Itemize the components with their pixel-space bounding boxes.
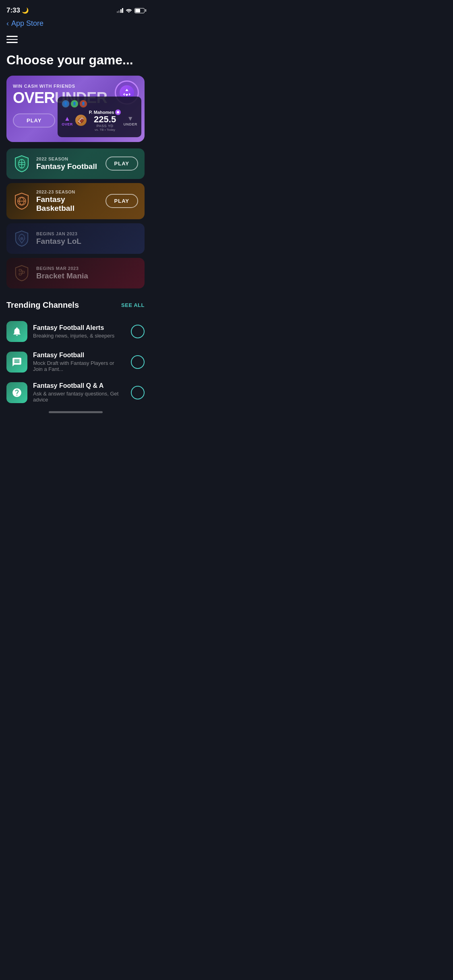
time-display: 7:33 bbox=[6, 6, 20, 14]
trending-channels-title: Trending Channels bbox=[6, 301, 79, 310]
hamburger-line-1 bbox=[6, 36, 18, 37]
bracket-shield-icon bbox=[13, 264, 31, 282]
game-name-bracket: Bracket Mania bbox=[36, 272, 88, 280]
channel-info-alerts: Fantasy Football Alerts Breaking news, i… bbox=[33, 324, 125, 339]
game-name-football: Fantasy Football bbox=[36, 162, 97, 171]
game-card-left-basketball: 2022-23 SEASON Fantasy Basketball bbox=[13, 189, 105, 213]
game-card-bracket-mania: BEGINS MAR 2023 Bracket Mania bbox=[6, 258, 145, 288]
channel-name-ff: Fantasy Football bbox=[33, 352, 125, 359]
moon-icon: 🌙 bbox=[22, 7, 29, 14]
signal-bar-3 bbox=[120, 9, 122, 13]
svg-point-0 bbox=[117, 111, 119, 113]
battery-icon bbox=[134, 8, 145, 13]
hamburger-line-3 bbox=[6, 42, 18, 43]
signal-icon bbox=[117, 8, 124, 13]
channel-item-ff[interactable]: Fantasy Football Mock Draft with Fantasy… bbox=[0, 347, 151, 377]
stat-type: PASS YD bbox=[89, 124, 121, 128]
football-play-button[interactable]: PLAY bbox=[105, 156, 138, 171]
player-avatars: 👤 👤 👤 bbox=[62, 100, 137, 108]
game-card-left-lol: BEGINS JAN 2023 Fantasy LoL bbox=[13, 230, 81, 247]
stat-sub: vs. TB • Today bbox=[89, 128, 121, 132]
channel-desc-alerts: Breaking news, injuries, & sleepers bbox=[33, 333, 125, 339]
football-shield-icon bbox=[13, 155, 31, 173]
see-all-button[interactable]: SEE ALL bbox=[121, 302, 145, 308]
overunder-play-button[interactable]: PLAY bbox=[13, 113, 55, 128]
game-name-basketball: Fantasy Basketball bbox=[36, 195, 105, 213]
avatar-1: 👤 bbox=[62, 100, 70, 108]
channel-name-qa: Fantasy Football Q & A bbox=[33, 382, 125, 389]
game-card-fantasy-football[interactable]: 2022 SEASON Fantasy Football PLAY bbox=[6, 148, 145, 179]
player-badge bbox=[115, 109, 121, 115]
status-icons bbox=[117, 8, 145, 14]
channel-info-ff: Fantasy Football Mock Draft with Fantasy… bbox=[33, 352, 125, 372]
channel-join-button-alerts[interactable] bbox=[131, 325, 145, 338]
battery-fill bbox=[135, 9, 140, 12]
status-bar: 7:33 🌙 bbox=[0, 0, 151, 18]
game-card-left: 2022 SEASON Fantasy Football bbox=[13, 155, 97, 173]
signal-bar-4 bbox=[122, 8, 123, 13]
game-info-football: 2022 SEASON Fantasy Football bbox=[36, 156, 97, 171]
game-season-bracket: BEGINS MAR 2023 bbox=[36, 266, 88, 271]
basketball-play-button[interactable]: PLAY bbox=[105, 194, 138, 208]
avatar-3: 👤 bbox=[79, 100, 87, 108]
game-info-basketball: 2022-23 SEASON Fantasy Basketball bbox=[36, 189, 105, 213]
overunder-banner[interactable]: WIN CASH WITH FRIENDS OVERUNDER PLAY 👤 👤… bbox=[6, 76, 145, 142]
status-time: 7:33 🌙 bbox=[6, 6, 29, 14]
svg-point-7 bbox=[20, 237, 23, 240]
signal-bar-2 bbox=[118, 10, 120, 13]
channel-info-qa: Fantasy Football Q & A Ask & answer fant… bbox=[33, 382, 125, 403]
stat-value: 225.5 bbox=[89, 115, 121, 124]
game-season-football: 2022 SEASON bbox=[36, 156, 97, 161]
game-card-fantasy-lol: BEGINS JAN 2023 Fantasy LoL bbox=[6, 223, 145, 254]
game-card-left-bracket: BEGINS MAR 2023 Bracket Mania bbox=[13, 264, 88, 282]
under-arrow-icon: ▼ bbox=[127, 115, 134, 122]
channel-item-alerts[interactable]: Fantasy Football Alerts Breaking news, i… bbox=[0, 316, 151, 347]
page-title: Choose your game... bbox=[0, 46, 151, 76]
under-label: UNDER bbox=[123, 122, 137, 126]
wifi-icon bbox=[126, 8, 132, 14]
player-name: P. Mahomes bbox=[89, 110, 114, 115]
avatar-2: 👤 bbox=[70, 100, 79, 108]
channel-icon-bell bbox=[6, 321, 27, 342]
over-arrow-icon: ▲ bbox=[64, 115, 70, 122]
game-cards-container: 2022 SEASON Fantasy Football PLAY 2022-2… bbox=[0, 148, 151, 288]
basketball-shield-icon bbox=[13, 192, 31, 210]
signal-bar-1 bbox=[117, 11, 118, 13]
channel-icon-chat bbox=[6, 352, 27, 373]
player-info: 🏈 P. Mahomes 225.5 PASS YD vs. TB • Toda… bbox=[75, 109, 121, 132]
over-label: OVER bbox=[62, 122, 73, 126]
home-bar bbox=[49, 411, 103, 413]
home-indicator bbox=[0, 408, 151, 415]
game-info-bracket: BEGINS MAR 2023 Bracket Mania bbox=[36, 266, 88, 280]
game-season-lol: BEGINS JAN 2023 bbox=[36, 231, 81, 236]
channel-desc-ff: Mock Draft with Fantasy Players or Join … bbox=[33, 360, 125, 372]
hamburger-line-2 bbox=[6, 39, 18, 40]
channel-join-button-ff[interactable] bbox=[131, 355, 145, 369]
channel-name-alerts: Fantasy Football Alerts bbox=[33, 324, 125, 331]
channel-icon-qa bbox=[6, 382, 27, 403]
app-store-label[interactable]: App Store bbox=[11, 19, 43, 28]
channel-item-qa[interactable]: Fantasy Football Q & A Ask & answer fant… bbox=[0, 377, 151, 408]
channel-desc-qa: Ask & answer fantasy questions, Get advi… bbox=[33, 391, 125, 403]
trending-channels-header: Trending Channels SEE ALL bbox=[0, 292, 151, 316]
lol-shield-icon bbox=[13, 230, 31, 247]
game-info-lol: BEGINS JAN 2023 Fantasy LoL bbox=[36, 231, 81, 246]
hamburger-menu-button[interactable] bbox=[0, 31, 151, 46]
player-headshot: 🏈 bbox=[75, 115, 87, 126]
channel-join-button-qa[interactable] bbox=[131, 386, 145, 399]
game-name-lol: Fantasy LoL bbox=[36, 237, 81, 246]
game-season-basketball: 2022-23 SEASON bbox=[36, 189, 105, 194]
app-store-nav[interactable]: ‹ App Store bbox=[0, 18, 151, 31]
game-card-fantasy-basketball[interactable]: 2022-23 SEASON Fantasy Basketball PLAY bbox=[6, 183, 145, 219]
overunder-stat-card: 👤 👤 👤 ▲ OVER 🏈 P. Mahomes bbox=[58, 97, 141, 137]
back-arrow-icon: ‹ bbox=[6, 19, 9, 28]
